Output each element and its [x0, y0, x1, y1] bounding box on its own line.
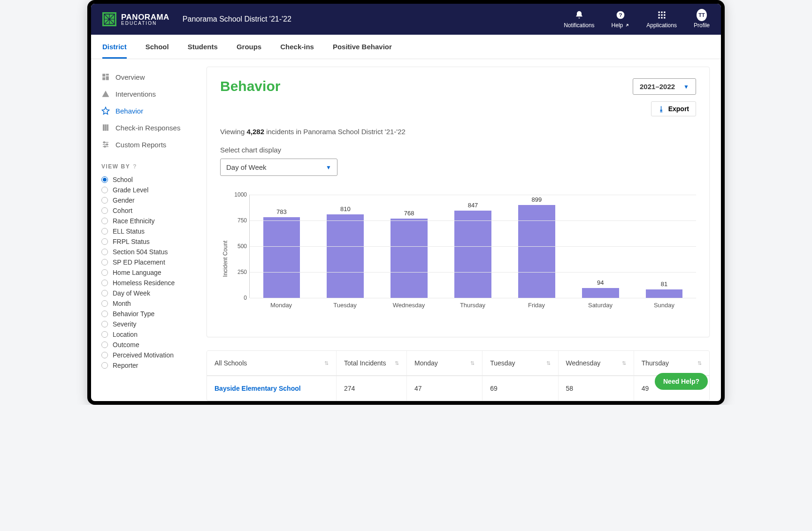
radio-icon — [101, 197, 108, 204]
radio-icon — [101, 269, 108, 276]
sidebar-item-custom-reports[interactable]: Custom Reports — [100, 136, 199, 153]
chart-display-select[interactable]: Day of Week ▼ — [220, 159, 337, 176]
viewby-frpl-status[interactable]: FRPL Status — [101, 236, 199, 247]
district-title: Panorama School District '21-'22 — [183, 15, 291, 23]
svg-rect-17 — [105, 124, 107, 131]
day-cell: 47 — [407, 376, 483, 401]
viewby-race-ethnicity[interactable]: Race Ethnicity — [101, 216, 199, 226]
viewby-day-of-week[interactable]: Day of Week — [101, 288, 199, 298]
bell-action[interactable]: Notifications — [564, 10, 594, 29]
select-chart-label: Select chart display — [220, 146, 696, 154]
radio-icon — [101, 321, 108, 327]
tab-students[interactable]: Students — [188, 35, 218, 59]
brand-logo[interactable]: PANORAMA EDUCATION — [102, 12, 169, 26]
year-selector[interactable]: 2021–2022 ▼ — [633, 78, 696, 95]
svg-rect-4 — [661, 12, 662, 13]
apps-action[interactable]: Applications — [646, 10, 677, 29]
viewby-severity[interactable]: Severity — [101, 319, 199, 329]
radio-icon — [101, 218, 108, 224]
xlabel: Tuesday — [313, 302, 377, 309]
xlabel: Sunday — [632, 302, 696, 309]
svg-rect-14 — [106, 76, 109, 80]
viewby-reporter[interactable]: Reporter — [101, 360, 199, 371]
caret-down-icon: ▼ — [683, 83, 689, 90]
radio-icon — [101, 280, 108, 286]
tab-groups[interactable]: Groups — [237, 35, 261, 59]
viewby-school[interactable]: School — [101, 174, 199, 185]
radio-icon — [101, 238, 108, 245]
viewby-ell-status[interactable]: ELL Status — [101, 226, 199, 236]
viewby-section-504-status[interactable]: Section 504 Status — [101, 247, 199, 257]
col-header-thursday[interactable]: Thursday⇅ — [634, 351, 709, 375]
viewby-grade-level[interactable]: Grade Level — [101, 185, 199, 195]
svg-rect-7 — [661, 14, 662, 15]
viewby-month[interactable]: Month — [101, 298, 199, 309]
svg-rect-5 — [664, 12, 665, 13]
ytick: 0 — [231, 295, 247, 301]
brand-text: PANORAMA EDUCATION — [121, 13, 169, 26]
school-link[interactable]: Bayside Elementary School — [214, 385, 301, 392]
viewby-gender[interactable]: Gender — [101, 195, 199, 205]
sidebar-item-overview[interactable]: Overview — [100, 68, 199, 85]
viewby-behavior-type[interactable]: Behavior Type — [101, 309, 199, 319]
radio-icon — [101, 331, 108, 338]
tab-district[interactable]: District — [102, 35, 127, 59]
viewby-sp-ed-placement[interactable]: SP ED Placement — [101, 257, 199, 267]
radio-icon — [101, 352, 108, 358]
chart-ylabel: Incident Count — [220, 241, 230, 277]
viewby-home-language[interactable]: Home Language — [101, 267, 199, 278]
total-incidents-cell: 274 — [337, 376, 407, 401]
sidebar-item-check-in-responses[interactable]: Check-in Responses — [100, 119, 199, 136]
export-button[interactable]: ⭳ Export — [651, 101, 696, 116]
profile-action[interactable]: TTProfile — [694, 10, 710, 29]
top-header: PANORAMA EDUCATION Panorama School Distr… — [91, 4, 721, 35]
sidebar-item-label: Overview — [115, 73, 145, 81]
viewby-perceived-motivation[interactable]: Perceived Motivation — [101, 350, 199, 360]
star-icon — [101, 106, 110, 115]
logo-mark — [102, 12, 116, 26]
radio-icon — [101, 187, 108, 193]
radio-icon — [101, 228, 108, 235]
external-link-icon — [625, 23, 629, 28]
viewby-outcome[interactable]: Outcome — [101, 340, 199, 350]
viewby-homeless-residence[interactable]: Homeless Residence — [101, 278, 199, 288]
tab-check-ins[interactable]: Check-ins — [280, 35, 314, 59]
tab-school[interactable]: School — [146, 35, 169, 59]
svg-rect-12 — [102, 74, 105, 76]
svg-rect-6 — [658, 14, 659, 15]
xlabel: Wednesday — [377, 302, 441, 309]
day-cell: 58 — [559, 376, 634, 401]
col-header-monday[interactable]: Monday⇅ — [407, 351, 483, 375]
xlabel: Thursday — [441, 302, 505, 309]
chart-display-value: Day of Week — [226, 163, 267, 171]
sidebar-item-behavior[interactable]: Behavior — [100, 102, 199, 119]
ytick: 500 — [231, 243, 247, 250]
col-header-wednesday[interactable]: Wednesday⇅ — [559, 351, 634, 375]
svg-point-21 — [104, 146, 106, 147]
sidebar-item-interventions[interactable]: Interventions — [100, 85, 199, 102]
radio-icon — [101, 290, 108, 296]
main-tabs: DistrictSchoolStudentsGroupsCheck-insPos… — [91, 35, 721, 59]
radio-icon — [101, 207, 108, 214]
col-header-total-incidents[interactable]: Total Incidents⇅ — [337, 351, 407, 375]
help-action[interactable]: ?Help — [612, 10, 630, 29]
year-selector-value: 2021–2022 — [640, 83, 675, 91]
svg-rect-8 — [664, 14, 665, 15]
col-header-all-schools[interactable]: All Schools⇅ — [207, 351, 337, 375]
viewby-location[interactable]: Location — [101, 329, 199, 340]
svg-rect-16 — [103, 124, 105, 131]
viewby-cohort[interactable]: Cohort — [101, 205, 199, 216]
behavior-card: Behavior 2021–2022 ▼ ⭳ Export Viewing 4,… — [207, 67, 710, 337]
svg-rect-3 — [658, 12, 659, 13]
sliders-icon — [101, 140, 110, 149]
info-icon[interactable]: ? — [133, 163, 137, 170]
sidebar-item-label: Custom Reports — [115, 141, 166, 149]
col-header-tuesday[interactable]: Tuesday⇅ — [483, 351, 558, 375]
sidebar: OverviewInterventionsBehaviorCheck-in Re… — [91, 59, 203, 401]
tab-positive-behavior[interactable]: Positive Behavior — [333, 35, 392, 59]
radio-icon — [101, 176, 108, 183]
viewing-summary: Viewing 4,282 incidents in Panorama Scho… — [220, 128, 696, 136]
need-help-button[interactable]: Need Help? — [655, 373, 708, 390]
sort-icon: ⇅ — [324, 360, 329, 366]
sort-icon: ⇅ — [546, 360, 551, 366]
